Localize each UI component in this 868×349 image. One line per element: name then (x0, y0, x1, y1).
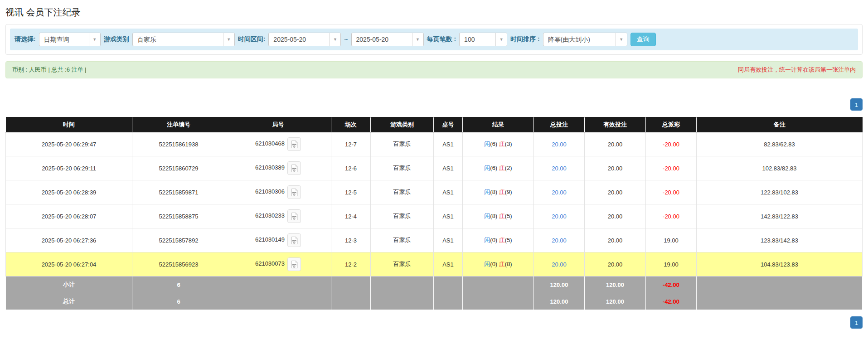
cell-time: 2025-05-20 06:29:47 (6, 132, 132, 156)
result-player: 闲 (484, 165, 490, 171)
table-row: 2025-05-20 06:28:07 522515858875 6210302… (6, 204, 863, 228)
chevron-down-icon[interactable]: ▼ (329, 33, 340, 46)
sort-order-value: 降幂(由大到小) (543, 33, 616, 46)
cell-remark: 102.83/82.83 (697, 156, 863, 180)
cell-total-bet: 20.00 (534, 204, 585, 228)
header-time: 时间 (6, 117, 132, 132)
cell-table-no: AS1 (434, 228, 463, 252)
result-player: 闲 (484, 141, 490, 147)
total-bet-link[interactable]: 20.00 (552, 261, 567, 268)
cell-total-bet: 20.00 (534, 132, 585, 156)
table-row: 2025-05-20 06:29:11 522515860729 6210303… (6, 156, 863, 180)
video-replay-button[interactable] (287, 137, 301, 151)
date-range-tilde: ~ (344, 36, 348, 43)
filter-panel: 请选择: 日期查询 ▼ 游戏类别 百家乐 ▼ 时间区间: 2025-05-20 … (5, 24, 863, 55)
cell-round-id: 621030389 (225, 156, 331, 180)
result-player: 闲 (484, 213, 490, 219)
cell-payout: -20.00 (646, 132, 697, 156)
cell-total-bet: 20.00 (534, 156, 585, 180)
game-type-select[interactable]: 百家乐 ▼ (132, 33, 235, 46)
table-row: 2025-05-20 06:28:39 522515859871 6210303… (6, 180, 863, 204)
cell-payout: 19.00 (646, 228, 697, 252)
pagination-top: 1 (5, 98, 863, 111)
cell-table-no: AS1 (434, 252, 463, 276)
cell-result: 闲(8) 庄(9) (463, 180, 534, 204)
sort-order-select[interactable]: 降幂(由大到小) ▼ (543, 33, 627, 46)
summary-bar: 币别 : 人民币 | 总共 :6 注单 | 同局有效投注，统一计算在该局第一张注… (5, 61, 863, 78)
cell-remark: 123.83/142.83 (697, 228, 863, 252)
video-replay-button[interactable] (287, 161, 301, 175)
sort-order-label: 时间排序 : (510, 35, 540, 44)
header-session: 场次 (331, 117, 371, 132)
result-player: 闲 (484, 189, 490, 195)
page-size-select[interactable]: 100 ▼ (459, 33, 507, 46)
video-replay-button[interactable] (287, 233, 301, 247)
cell-game-type: 百家乐 (371, 204, 434, 228)
table-body: 2025-05-20 06:29:47 522515861938 6210304… (6, 132, 863, 276)
cell-game-type: 百家乐 (371, 132, 434, 156)
cell-valid-bet: 20.00 (585, 228, 646, 252)
summary-note: 同局有效投注，统一计算在该局第一张注单内 (738, 66, 856, 74)
cell-result: 闲(8) 庄(5) (463, 204, 534, 228)
chevron-down-icon[interactable]: ▼ (495, 33, 507, 46)
query-type-select[interactable]: 日期查询 ▼ (39, 33, 101, 46)
page-button-1[interactable]: 1 (850, 316, 863, 329)
cell-result: 闲(0) 庄(8) (463, 252, 534, 276)
cell-session: 12-7 (331, 132, 371, 156)
date-from-input[interactable]: 2025-05-20 ▼ (268, 33, 341, 46)
grand-total-count: 6 (132, 293, 225, 310)
cell-bet-id: 522515858875 (132, 204, 225, 228)
video-replay-button[interactable] (287, 185, 301, 199)
result-banker: 庄 (499, 237, 505, 243)
date-to-input[interactable]: 2025-05-20 ▼ (351, 33, 424, 46)
cell-table-no: AS1 (434, 156, 463, 180)
header-bet-id: 注单编号 (132, 117, 225, 132)
subtotal-row: 小计 6 120.00 120.00 -42.00 (6, 276, 863, 293)
header-total-bet: 总投注 (534, 117, 585, 132)
cell-payout: -20.00 (646, 180, 697, 204)
chevron-down-icon[interactable]: ▼ (223, 33, 234, 46)
cell-result: 闲(6) 庄(3) (463, 132, 534, 156)
total-bet-link[interactable]: 20.00 (552, 141, 567, 148)
total-bet-link[interactable]: 20.00 (552, 237, 567, 244)
cell-game-type: 百家乐 (371, 180, 434, 204)
total-bet-link[interactable]: 20.00 (552, 189, 567, 196)
cell-total-bet: 20.00 (534, 180, 585, 204)
subtotal-total-bet: 120.00 (534, 276, 585, 293)
cell-payout: -20.00 (646, 156, 697, 180)
video-replay-button[interactable] (287, 209, 301, 223)
cell-result: 闲(0) 庄(5) (463, 228, 534, 252)
total-bet-link[interactable]: 20.00 (552, 165, 567, 172)
cell-session: 12-4 (331, 204, 371, 228)
grand-total-total-bet: 120.00 (534, 293, 585, 310)
header-payout: 总派彩 (646, 117, 697, 132)
cell-time: 2025-05-20 06:29:11 (6, 156, 132, 180)
cell-time: 2025-05-20 06:28:07 (6, 204, 132, 228)
cell-total-bet: 20.00 (534, 252, 585, 276)
chevron-down-icon[interactable]: ▼ (616, 33, 627, 46)
cell-payout: -20.00 (646, 204, 697, 228)
cell-game-type: 百家乐 (371, 156, 434, 180)
video-replay-button[interactable] (287, 257, 301, 271)
cell-time: 2025-05-20 06:28:39 (6, 180, 132, 204)
grand-total-label: 总计 (6, 293, 132, 310)
search-button[interactable]: 查询 (630, 33, 656, 46)
cell-valid-bet: 20.00 (585, 180, 646, 204)
cell-remark: 82.83/62.83 (697, 132, 863, 156)
filter-bar: 请选择: 日期查询 ▼ 游戏类别 百家乐 ▼ 时间区间: 2025-05-20 … (10, 29, 858, 50)
total-bet-link[interactable]: 20.00 (552, 213, 567, 220)
chevron-down-icon[interactable]: ▼ (89, 33, 100, 46)
date-from-value: 2025-05-20 (269, 33, 329, 46)
result-banker: 庄 (499, 189, 505, 195)
result-banker: 庄 (499, 261, 505, 267)
time-range-label: 时间区间: (238, 35, 266, 44)
cell-table-no: AS1 (434, 132, 463, 156)
result-banker: 庄 (499, 165, 505, 171)
pagination-bottom: 1 (5, 316, 863, 329)
cell-table-no: AS1 (434, 204, 463, 228)
game-type-label: 游戏类别 (104, 35, 129, 44)
summary-currency-count: 币别 : 人民币 | 总共 :6 注单 | (12, 66, 87, 74)
cell-valid-bet: 20.00 (585, 132, 646, 156)
page-button-1[interactable]: 1 (850, 98, 863, 111)
chevron-down-icon[interactable]: ▼ (412, 33, 423, 46)
